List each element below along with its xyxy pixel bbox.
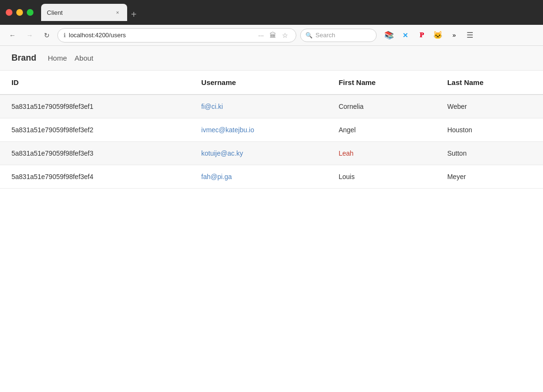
nav-home-link[interactable]: Home <box>48 54 67 62</box>
active-tab[interactable]: Client × <box>41 4 127 21</box>
table-row: 5a831a51e79059f98fef3ef1fi@ci.kiCornelia… <box>0 95 543 118</box>
search-bar[interactable]: 🔍 Search <box>300 29 377 42</box>
pocket-button[interactable]: 🏛 <box>268 31 278 40</box>
url-actions: ··· 🏛 ☆ <box>256 31 290 40</box>
cell-username: fi@ci.ki <box>190 95 327 118</box>
new-tab-button[interactable]: + <box>127 8 141 21</box>
library-icon[interactable]: 📚 <box>382 29 396 42</box>
back-icon: ← <box>9 32 16 39</box>
cell-username: kotuije@ac.ky <box>190 142 327 165</box>
bookmark-button[interactable]: ☆ <box>280 31 290 40</box>
tab-bar: Client × + <box>41 4 537 21</box>
tab-title: Client <box>47 9 110 16</box>
col-header-lastname: Last Name <box>436 71 543 95</box>
emoji-icon[interactable]: 🐱 <box>431 29 445 42</box>
url-text: localhost:4200/users <box>69 32 253 39</box>
cell-lastname: Weber <box>436 95 543 118</box>
back-button[interactable]: ← <box>6 29 19 42</box>
cell-id: 5a831a51e79059f98fef3ef1 <box>0 95 190 118</box>
tab-close-button[interactable]: × <box>114 9 121 16</box>
table-container: ID Username First Name Last Name 5a831a5… <box>0 71 543 392</box>
extensions-button[interactable]: » <box>447 29 461 42</box>
search-icon: 🔍 <box>305 32 313 39</box>
reload-button[interactable]: ↻ <box>40 29 54 42</box>
menu-button[interactable]: ☰ <box>465 29 475 42</box>
nav-about-link[interactable]: About <box>75 54 93 62</box>
address-bar: ← → ↻ ℹ localhost:4200/users ··· 🏛 ☆ 🔍 S… <box>0 25 543 46</box>
toolbar-icons: 📚 ✕ 𝐏 🐱 » <box>382 29 461 42</box>
info-icon: ℹ <box>64 32 66 39</box>
forward-button[interactable]: → <box>23 29 36 42</box>
forward-icon: → <box>26 32 33 39</box>
table-row: 5a831a51e79059f98fef3ef3kotuije@ac.kyLea… <box>0 142 543 165</box>
table-row: 5a831a51e79059f98fef3ef4fah@pi.gaLouisMe… <box>0 165 543 189</box>
more-button[interactable]: ··· <box>256 31 266 40</box>
reload-icon: ↻ <box>44 32 50 39</box>
cell-id: 5a831a51e79059f98fef3ef2 <box>0 118 190 142</box>
close-button[interactable] <box>6 9 12 16</box>
table-header-row: ID Username First Name Last Name <box>0 71 543 95</box>
cell-lastname: Sutton <box>436 142 543 165</box>
cell-id: 5a831a51e79059f98fef3ef4 <box>0 165 190 189</box>
maximize-button[interactable] <box>27 9 33 16</box>
cell-username: fah@pi.ga <box>190 165 327 189</box>
title-bar: Client × + <box>0 0 543 25</box>
cell-id: 5a831a51e79059f98fef3ef3 <box>0 142 190 165</box>
cell-lastname: Meyer <box>436 165 543 189</box>
pinterest-icon[interactable]: 𝐏 <box>415 29 428 42</box>
col-header-username: Username <box>190 71 327 95</box>
search-placeholder: Search <box>315 32 335 39</box>
page-content: Brand Home About ID Username First Name … <box>0 46 543 392</box>
hamburger-icon: ☰ <box>467 31 473 39</box>
app-navbar: Brand Home About <box>0 46 543 71</box>
browser-window: Client × + ← → ↻ ℹ localhost:4200/users … <box>0 0 543 392</box>
cell-firstname: Leah <box>327 142 435 165</box>
cell-firstname: Angel <box>327 118 435 142</box>
users-table: ID Username First Name Last Name 5a831a5… <box>0 71 543 189</box>
table-row: 5a831a51e79059f98fef3ef2ivmec@katejbu.io… <box>0 118 543 142</box>
url-bar[interactable]: ℹ localhost:4200/users ··· 🏛 ☆ <box>57 28 296 42</box>
minimize-button[interactable] <box>16 9 23 16</box>
col-header-firstname: First Name <box>327 71 435 95</box>
app-brand: Brand <box>11 53 36 63</box>
col-header-id: ID <box>0 71 190 95</box>
traffic-lights <box>6 9 33 16</box>
cell-username: ivmec@katejbu.io <box>190 118 327 142</box>
cell-firstname: Cornelia <box>327 95 435 118</box>
twitter-icon[interactable]: ✕ <box>399 29 412 42</box>
cell-firstname: Louis <box>327 165 435 189</box>
app-nav-links: Home About <box>48 54 93 62</box>
cell-lastname: Houston <box>436 118 543 142</box>
